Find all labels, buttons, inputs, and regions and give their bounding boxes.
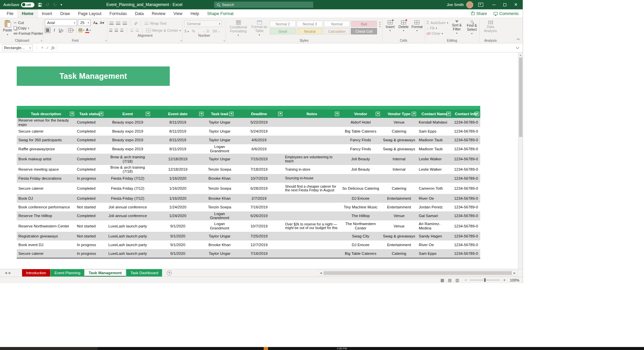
increase-font-size-button[interactable]: A▴: [92, 20, 99, 26]
zoom-slider[interactable]: [470, 280, 500, 280]
align-left-icon[interactable]: [109, 29, 112, 32]
sheet-nav-left-icon[interactable]: ◀: [5, 271, 7, 275]
save-icon[interactable]: [38, 3, 42, 7]
customize-qat-icon[interactable]: ▾: [60, 3, 62, 6]
zoom-slider-thumb[interactable]: [484, 278, 486, 282]
filter-button[interactable]: [146, 112, 150, 116]
cell-style-normal[interactable]: Normal: [324, 21, 350, 27]
close-button[interactable]: ×: [510, 0, 521, 9]
table-row[interactable]: Book event DJIn progressLuxeLash launch …: [17, 240, 480, 249]
table-row[interactable]: Book DJCompletedFiesta Friday (7/12)1/16…: [17, 194, 480, 203]
name-box[interactable]: Rectangle...▾: [2, 44, 33, 51]
font-color-button[interactable]: A▾: [85, 27, 91, 33]
sheet-nav-right-icon[interactable]: ▶: [9, 271, 11, 275]
decrease-font-size-button[interactable]: A▾: [99, 20, 105, 26]
scroll-up-icon[interactable]: ▲: [519, 52, 522, 57]
tab-file[interactable]: File: [3, 9, 17, 18]
percent-style-button[interactable]: %: [192, 29, 195, 33]
cell-style-good[interactable]: Good: [270, 28, 296, 34]
zoom-level[interactable]: 100%: [509, 278, 519, 282]
fill-button[interactable]: ↓Fill▾: [427, 26, 448, 30]
sheet-tab-task-management[interactable]: Task Management: [84, 269, 126, 277]
table-row[interactable]: Secure catererCompletedFiesta Friday (7/…: [17, 183, 480, 194]
table-row[interactable]: Reserve meeting spaceCompletedBrow & arc…: [17, 165, 480, 174]
minimize-button[interactable]: [488, 0, 499, 9]
fill-color-button[interactable]: ▾: [79, 27, 84, 33]
table-row[interactable]: Fiesta Friday decorationsIn progressFies…: [17, 174, 480, 183]
number-dialog-launcher-icon[interactable]: ↘: [223, 39, 225, 42]
align-top-icon[interactable]: [109, 22, 114, 25]
tab-data[interactable]: Data: [131, 9, 148, 18]
filter-button[interactable]: [278, 112, 282, 116]
filter-button[interactable]: [376, 112, 380, 116]
align-middle-icon[interactable]: [116, 22, 120, 25]
bold-button[interactable]: B: [45, 27, 50, 33]
cell-style-normal-2[interactable]: Normal 2: [270, 21, 296, 27]
table-row[interactable]: Reserve The HilltopCompletedJoli annual …: [17, 211, 480, 220]
search-input[interactable]: [222, 3, 310, 7]
cancel-icon[interactable]: ×: [41, 45, 43, 50]
insert-cells-button[interactable]: Insert▾: [384, 19, 396, 32]
align-center-icon[interactable]: [115, 29, 118, 32]
scroll-left-icon[interactable]: ◀: [318, 272, 323, 275]
tab-page-layout[interactable]: Page Layout: [74, 9, 105, 18]
autosum-button[interactable]: ΣAutoSum▾: [427, 21, 448, 25]
alignment-dialog-launcher-icon[interactable]: ↘: [180, 39, 182, 42]
tab-insert[interactable]: Insert: [38, 9, 56, 18]
filter-button[interactable]: [475, 112, 479, 116]
tab-formulas[interactable]: Formulas: [106, 9, 131, 18]
table-row[interactable]: Secure catererIn progressLuxeLash launch…: [17, 249, 480, 258]
tab-home[interactable]: Home: [17, 9, 38, 18]
tab-view[interactable]: View: [169, 9, 186, 18]
find-select-button[interactable]: Find & Select▾: [465, 19, 479, 35]
increase-decimal-button[interactable]: ←.0: [202, 29, 209, 33]
table-row[interactable]: Registration giveawaysNot startedLuxeLas…: [17, 232, 480, 240]
cell-style-neutral[interactable]: Neutral: [297, 28, 323, 34]
cut-button[interactable]: ✂Cut: [14, 21, 43, 25]
table-row[interactable]: Reserve venue for the beauty expoComplet…: [17, 118, 480, 127]
filter-button[interactable]: [412, 112, 416, 116]
filter-button[interactable]: [446, 112, 451, 116]
cell-style-bad[interactable]: Bad: [351, 21, 377, 27]
cell-style-check-cell[interactable]: Check Cell: [351, 28, 377, 34]
formula-input[interactable]: [57, 44, 514, 51]
horizontal-scroll-thumb[interactable]: [324, 271, 512, 275]
sheet-tab-introduction[interactable]: Introduction: [22, 269, 50, 277]
maximize-button[interactable]: [499, 0, 510, 9]
page-break-view-icon[interactable]: ▥: [455, 278, 459, 283]
align-right-icon[interactable]: [120, 29, 123, 32]
sort-filter-button[interactable]: Sort & Filter▾: [450, 19, 464, 35]
table-row[interactable]: Raffle giveaway/prizeCompletedBeauty exp…: [17, 144, 480, 153]
conditional-formatting-button[interactable]: Conditional Formatting▾: [228, 19, 249, 37]
number-format-select[interactable]: General▾: [184, 20, 222, 27]
orientation-icon[interactable]: ab: [133, 21, 138, 26]
title-shape[interactable]: Task Management: [17, 66, 170, 86]
enter-icon[interactable]: ✓: [46, 45, 49, 50]
autosave-toggle[interactable]: AutoSave Off: [3, 2, 34, 7]
comma-style-button[interactable]: ,: [198, 29, 199, 33]
page-layout-view-icon[interactable]: ▤: [448, 278, 452, 283]
clipboard-dialog-launcher-icon[interactable]: ↘: [40, 39, 42, 42]
share-button[interactable]: Share: [471, 11, 487, 16]
table-row[interactable]: Book makeup artistCompletedBrow & arch t…: [17, 154, 480, 165]
zoom-in-icon[interactable]: +: [503, 278, 506, 282]
paste-button[interactable]: Paste ▾: [3, 19, 12, 36]
table-row[interactable]: Reserve Northwestern CenterNot startedLu…: [17, 220, 480, 232]
font-dialog-launcher-icon[interactable]: ↘: [105, 39, 107, 42]
accounting-format-button[interactable]: $ ▾: [184, 29, 189, 33]
filter-button[interactable]: [335, 112, 339, 116]
redo-icon[interactable]: ↻: [53, 2, 57, 7]
format-as-table-button[interactable]: Format as Table▾: [251, 19, 268, 36]
align-bottom-icon[interactable]: [123, 22, 127, 25]
filter-button[interactable]: [199, 112, 204, 116]
account-button[interactable]: Joe Smith: [447, 1, 473, 8]
scroll-right-icon[interactable]: ▶: [512, 272, 517, 275]
filter-button[interactable]: [229, 112, 234, 116]
sheet-tab-task-dashboard[interactable]: Task Dashboard: [126, 269, 162, 277]
tab-draw[interactable]: Draw: [56, 9, 74, 18]
merge-center-button[interactable]: Merge & Center▾: [146, 28, 181, 32]
worksheet[interactable]: Task Management Task descriptionTask sta…: [0, 52, 523, 269]
decrease-decimal-button[interactable]: .00→: [212, 29, 221, 33]
search-box[interactable]: [214, 1, 313, 8]
table-row[interactable]: Secure catererCompletedBeauty expo 20198…: [17, 127, 480, 136]
